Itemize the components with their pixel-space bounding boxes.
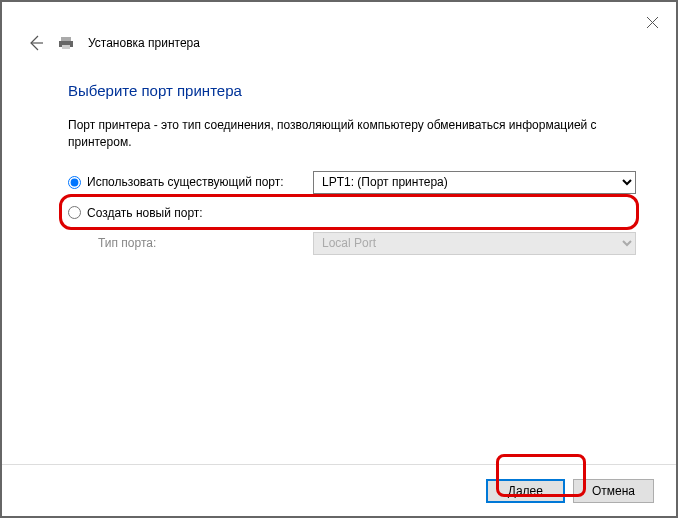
existing-port-label[interactable]: Использовать существующий порт:: [87, 175, 284, 189]
page-title: Выберите порт принтера: [68, 82, 636, 99]
svg-rect-5: [62, 45, 70, 49]
port-type-select-wrap: Local Port: [313, 232, 636, 255]
dialog-window: Установка принтера Выберите порт принтер…: [2, 2, 676, 516]
back-button[interactable]: [26, 34, 44, 52]
existing-port-row: Использовать существующий порт: LPT1: (П…: [68, 171, 636, 194]
existing-port-radio-group: Использовать существующий порт:: [68, 175, 313, 189]
header-title: Установка принтера: [88, 36, 200, 50]
svg-rect-3: [61, 37, 71, 41]
close-button[interactable]: [632, 6, 672, 38]
content-area: Выберите порт принтера Порт принтера - э…: [2, 64, 676, 255]
port-type-select: Local Port: [313, 232, 636, 255]
close-icon: [647, 17, 658, 28]
cancel-button[interactable]: Отмена: [573, 479, 654, 503]
new-port-label[interactable]: Создать новый порт:: [87, 206, 203, 220]
existing-port-radio[interactable]: [68, 176, 81, 189]
printer-icon: [58, 35, 74, 51]
port-type-row: Тип порта: Local Port: [98, 232, 636, 255]
existing-port-select-wrap: LPT1: (Порт принтера): [313, 171, 636, 194]
next-button[interactable]: Далее: [486, 479, 565, 503]
port-type-label: Тип порта:: [98, 236, 313, 250]
new-port-radio-group: Создать новый порт:: [68, 206, 313, 220]
header: Установка принтера: [2, 2, 676, 64]
new-port-row: Создать новый порт:: [68, 206, 636, 220]
footer: Далее Отмена: [2, 464, 676, 516]
page-description: Порт принтера - это тип соединения, позв…: [68, 117, 636, 151]
existing-port-select[interactable]: LPT1: (Порт принтера): [313, 171, 636, 194]
back-arrow-icon: [26, 34, 44, 52]
new-port-radio[interactable]: [68, 206, 81, 219]
